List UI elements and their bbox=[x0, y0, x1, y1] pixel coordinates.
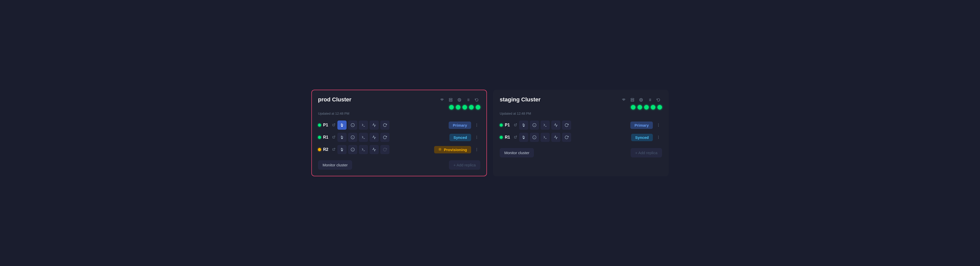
replica-row-r1: R1Synced bbox=[318, 133, 480, 142]
chart-button-3[interactable] bbox=[369, 145, 379, 154]
status-dot-1 bbox=[449, 105, 454, 109]
provisioning-text: Provisioning bbox=[444, 147, 467, 152]
svg-point-62 bbox=[658, 124, 659, 124]
replicas-list: P1PrimaryR1Synced bbox=[500, 120, 662, 142]
add-replica-button[interactable]: + Add replica bbox=[449, 160, 480, 170]
terminal-button-2[interactable] bbox=[359, 120, 368, 130]
replica-name-r2: R2 bbox=[323, 147, 330, 152]
external-link-icon[interactable] bbox=[332, 148, 335, 152]
add-replica-button[interactable]: + Add replica bbox=[631, 148, 662, 157]
list-icon[interactable] bbox=[465, 96, 472, 103]
info-button-1[interactable] bbox=[348, 145, 357, 154]
history-icon[interactable] bbox=[655, 96, 662, 103]
plug-button-0[interactable] bbox=[519, 120, 528, 130]
svg-point-64 bbox=[658, 126, 659, 127]
chart-button-3[interactable] bbox=[551, 120, 560, 130]
replica-status-r1 bbox=[500, 136, 503, 139]
cluster-title: prod Cluster bbox=[318, 96, 352, 103]
header-right bbox=[620, 96, 662, 109]
svg-point-5 bbox=[459, 99, 460, 100]
replicas-list: P1PrimaryR1SyncedR2Provisioning bbox=[318, 120, 480, 154]
plug-button-0[interactable] bbox=[519, 133, 528, 142]
svg-line-20 bbox=[334, 136, 335, 137]
cluster-updated: Updated at 12:48 PM bbox=[500, 112, 662, 116]
plug-button-0[interactable] bbox=[337, 133, 347, 142]
disabled-button-4[interactable] bbox=[380, 145, 390, 154]
terminal-button-2[interactable] bbox=[359, 133, 368, 142]
replica-status-r1 bbox=[318, 136, 321, 139]
svg-point-63 bbox=[658, 125, 659, 125]
primary-badge[interactable]: Primary bbox=[630, 122, 653, 129]
replica-row-p1: P1Primary bbox=[318, 120, 480, 130]
primary-badge[interactable]: Primary bbox=[449, 122, 471, 129]
refresh-button-4[interactable] bbox=[380, 133, 390, 142]
svg-point-42 bbox=[476, 148, 477, 149]
cluster-header: staging Cluster bbox=[500, 96, 662, 109]
svg-point-44 bbox=[476, 150, 477, 151]
settings-icon[interactable] bbox=[638, 96, 645, 103]
provisioning-badge[interactable]: Provisioning bbox=[434, 146, 471, 154]
chart-button-3[interactable] bbox=[369, 133, 379, 142]
svg-line-57 bbox=[515, 124, 517, 125]
cluster-footer: Monitor cluster+ Add replica bbox=[500, 148, 662, 157]
info-button-1[interactable] bbox=[348, 133, 357, 142]
replica-status-p1 bbox=[318, 124, 321, 127]
info-button-1[interactable] bbox=[530, 133, 539, 142]
refresh-button-4[interactable] bbox=[380, 120, 390, 130]
replica-name-r1: R1 bbox=[505, 135, 512, 139]
more-options-button[interactable] bbox=[473, 146, 480, 153]
wifi-icon[interactable] bbox=[438, 96, 445, 103]
monitor-cluster-button[interactable]: Monitor cluster bbox=[318, 160, 352, 170]
header-right bbox=[438, 96, 480, 109]
status-dot-2 bbox=[456, 105, 460, 109]
status-dots bbox=[631, 105, 662, 109]
monitor-cluster-button[interactable]: Monitor cluster bbox=[500, 148, 534, 157]
info-button-1[interactable] bbox=[348, 120, 357, 130]
external-link-icon[interactable] bbox=[514, 136, 517, 139]
svg-point-18 bbox=[476, 125, 477, 125]
cluster-icon-row bbox=[438, 96, 480, 103]
replica-row-r2: R2Provisioning bbox=[318, 145, 480, 154]
chart-button-3[interactable] bbox=[369, 120, 379, 130]
svg-point-33 bbox=[439, 149, 441, 150]
terminal-button-2[interactable] bbox=[541, 120, 550, 130]
cluster-icon-row bbox=[620, 96, 662, 103]
history-icon[interactable] bbox=[473, 96, 480, 103]
plug-button-0[interactable] bbox=[337, 145, 347, 154]
info-button-1[interactable] bbox=[530, 120, 539, 130]
cluster-footer: Monitor cluster+ Add replica bbox=[318, 160, 480, 170]
svg-point-70 bbox=[658, 136, 659, 136]
cluster-header: prod Cluster bbox=[318, 96, 480, 109]
svg-point-72 bbox=[658, 138, 659, 139]
more-options-button[interactable] bbox=[473, 122, 480, 129]
storage-icon[interactable] bbox=[447, 96, 454, 103]
storage-icon[interactable] bbox=[629, 96, 636, 103]
wifi-icon[interactable] bbox=[620, 96, 627, 103]
svg-rect-2 bbox=[449, 100, 452, 101]
terminal-button-2[interactable] bbox=[359, 145, 368, 154]
list-icon[interactable] bbox=[646, 96, 653, 103]
more-options-button[interactable] bbox=[473, 134, 480, 141]
spinner-icon bbox=[438, 147, 442, 152]
replica-status-p1 bbox=[500, 124, 503, 127]
refresh-button-4[interactable] bbox=[562, 133, 571, 142]
svg-line-12 bbox=[334, 124, 335, 125]
synced-badge[interactable]: Synced bbox=[631, 134, 653, 141]
external-link-icon[interactable] bbox=[332, 136, 335, 139]
external-link-icon[interactable] bbox=[332, 124, 335, 127]
plug-active-button-0[interactable] bbox=[337, 120, 347, 130]
svg-line-37 bbox=[441, 150, 441, 150]
more-options-button[interactable] bbox=[655, 134, 662, 141]
cluster-updated: Updated at 12:48 PM bbox=[318, 112, 480, 116]
replica-name-r1: R1 bbox=[323, 135, 330, 139]
refresh-button-4[interactable] bbox=[562, 120, 571, 130]
synced-badge[interactable]: Synced bbox=[449, 134, 471, 141]
external-link-icon[interactable] bbox=[514, 124, 517, 127]
replica-status-r2 bbox=[318, 148, 321, 151]
chart-button-3[interactable] bbox=[551, 133, 560, 142]
settings-icon[interactable] bbox=[456, 96, 463, 103]
terminal-button-2[interactable] bbox=[541, 133, 550, 142]
status-dot-4 bbox=[651, 105, 655, 109]
more-options-button[interactable] bbox=[655, 122, 662, 129]
svg-point-19 bbox=[476, 126, 477, 127]
